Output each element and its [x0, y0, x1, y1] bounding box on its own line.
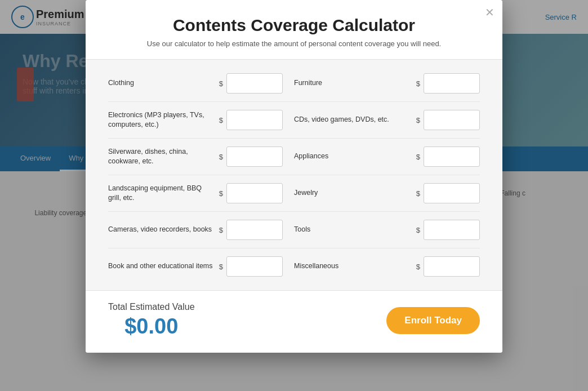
total-label: Total Estimated Value [108, 302, 195, 312]
silverware-label: Silverware, dishes, china, cookware, etc… [108, 147, 219, 167]
furniture-input[interactable] [424, 73, 480, 94]
tools-currency: $ [416, 226, 420, 234]
form-col-landscaping: Landscaping equipment, BBQ grill, etc. $ [108, 183, 294, 203]
landscaping-currency: $ [219, 189, 223, 198]
enroll-button[interactable]: Enroll Today [386, 307, 480, 334]
electronics-input[interactable] [226, 110, 283, 130]
electronics-currency: $ [219, 116, 223, 125]
cds-currency: $ [416, 116, 420, 125]
form-col-silverware: Silverware, dishes, china, cookware, etc… [108, 146, 294, 167]
form-row-3: Silverware, dishes, china, cookware, etc… [108, 139, 480, 175]
electronics-label: Electronics (MP3 players, TVs, computers… [108, 110, 219, 130]
jewelry-label: Jewelry [294, 188, 416, 198]
clothing-label: Clothing [108, 78, 219, 88]
books-input[interactable] [226, 256, 283, 277]
total-value: $0.00 [108, 314, 195, 339]
landscaping-label: Landscaping equipment, BBQ grill, etc. [108, 184, 219, 203]
furniture-currency: $ [416, 79, 420, 88]
modal-body: Clothing $ Furniture $ Electronics (MP3 … [86, 60, 502, 290]
modal-header: Contents Coverage Calculator Use our cal… [86, 0, 502, 60]
landscaping-input[interactable] [226, 183, 283, 203]
modal-close-button[interactable]: ✕ [485, 6, 495, 19]
form-col-appliances: Appliances $ [294, 146, 480, 167]
misc-label: Miscellaneous [294, 261, 416, 272]
appliances-label: Appliances [294, 152, 416, 162]
modal-overlay: ✕ Contents Coverage Calculator Use our c… [0, 0, 588, 391]
cameras-label: Cameras, video recorders, books [108, 225, 219, 235]
furniture-label: Furniture [294, 78, 416, 88]
books-currency: $ [219, 263, 223, 271]
form-col-cds: CDs, video games, DVDs, etc. $ [294, 110, 480, 130]
cds-label: CDs, video games, DVDs, etc. [294, 115, 416, 125]
form-col-furniture: Furniture $ [294, 73, 480, 94]
clothing-input[interactable] [226, 73, 283, 94]
silverware-currency: $ [219, 153, 223, 161]
modal-footer: Total Estimated Value $0.00 Enroll Today [86, 290, 502, 353]
form-row-4: Landscaping equipment, BBQ grill, etc. $… [108, 175, 480, 212]
form-col-books: Book and other educational items $ [108, 256, 294, 277]
silverware-input[interactable] [226, 146, 283, 167]
cameras-input[interactable] [226, 220, 283, 240]
jewelry-currency: $ [416, 189, 420, 198]
form-col-clothing: Clothing $ [108, 73, 294, 94]
modal-subtitle: Use our calculator to help estimate the … [108, 39, 480, 48]
cameras-currency: $ [219, 226, 223, 234]
clothing-currency: $ [219, 79, 223, 88]
misc-currency: $ [416, 263, 420, 271]
form-col-tools: Tools $ [294, 220, 480, 240]
misc-input[interactable] [424, 256, 480, 277]
form-col-cameras: Cameras, video recorders, books $ [108, 220, 294, 240]
tools-input[interactable] [424, 220, 480, 240]
form-row-2: Electronics (MP3 players, TVs, computers… [108, 102, 480, 139]
modal-title: Contents Coverage Calculator [108, 16, 480, 35]
appliances-currency: $ [416, 153, 420, 161]
form-col-misc: Miscellaneous $ [294, 256, 480, 277]
appliances-input[interactable] [424, 146, 480, 167]
form-row-5: Cameras, video recorders, books $ Tools … [108, 212, 480, 248]
cds-input[interactable] [424, 110, 480, 130]
total-section: Total Estimated Value $0.00 [108, 302, 195, 339]
books-label: Book and other educational items [108, 261, 219, 272]
form-col-jewelry: Jewelry $ [294, 183, 480, 203]
form-col-electronics: Electronics (MP3 players, TVs, computers… [108, 110, 294, 130]
modal-dialog: ✕ Contents Coverage Calculator Use our c… [86, 0, 502, 353]
form-row-6: Book and other educational items $ Misce… [108, 248, 480, 285]
tools-label: Tools [294, 225, 416, 235]
form-row-1: Clothing $ Furniture $ [108, 65, 480, 102]
jewelry-input[interactable] [424, 183, 480, 203]
